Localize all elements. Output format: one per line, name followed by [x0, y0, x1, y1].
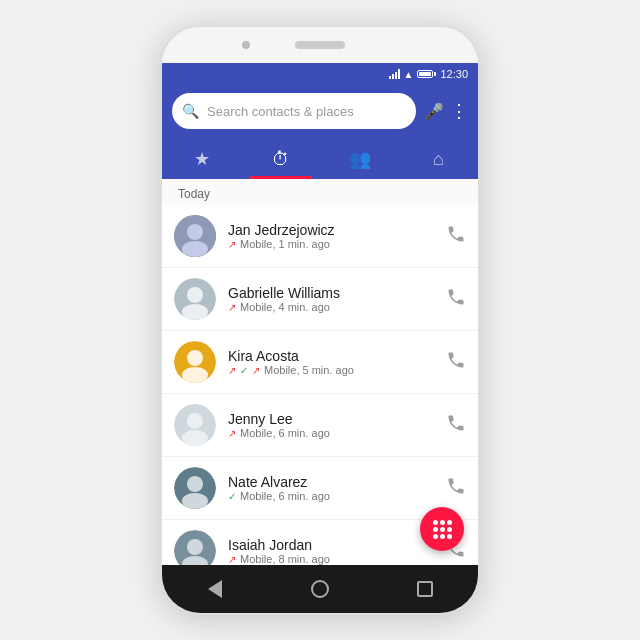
contact-info: Jenny Lee ↗ Mobile, 6 min. ago — [228, 411, 434, 439]
voicemail-icon: ⌂ — [433, 149, 444, 170]
list-item[interactable]: Gabrielle Williams ↗ Mobile, 4 min. ago — [162, 268, 478, 331]
avatar — [174, 341, 216, 383]
svg-point-16 — [187, 539, 203, 555]
more-options-icon[interactable]: ⋮ — [450, 100, 468, 122]
phone-nav-bar — [162, 565, 478, 613]
nav-back-button[interactable] — [201, 575, 229, 603]
status-bar: ▲ 12:30 — [162, 63, 478, 85]
contacts-icon: 👥 — [349, 148, 371, 170]
mic-icon[interactable]: 🎤 — [424, 102, 444, 121]
call-icon[interactable] — [446, 476, 466, 501]
list-item[interactable]: Kira Acosta ↗ ✓ ↗ Mobile, 5 min. ago — [162, 331, 478, 394]
contact-detail: ↗ ✓ ↗ Mobile, 5 min. ago — [228, 364, 434, 376]
wifi-icon: ▲ — [404, 69, 414, 80]
battery-icon — [417, 70, 436, 78]
contact-info: Nate Alvarez ✓ Mobile, 6 min. ago — [228, 474, 434, 502]
contact-name: Jenny Lee — [228, 411, 434, 427]
call-icon[interactable] — [446, 224, 466, 249]
contact-detail: ↗ Mobile, 1 min. ago — [228, 238, 434, 250]
content-area: Today Jan Jedrzejowicz ↗ Mobile, 1 min. … — [162, 179, 478, 565]
dialpad-icon — [433, 520, 452, 539]
status-time: 12:30 — [440, 68, 468, 80]
contact-name: Nate Alvarez — [228, 474, 434, 490]
call-direction-icon: ↗ — [228, 365, 236, 376]
svg-point-1 — [187, 224, 203, 240]
svg-point-7 — [187, 350, 203, 366]
nav-home-button[interactable] — [306, 575, 334, 603]
search-bar: 🔍 Search contacts & places 🎤 ⋮ — [162, 85, 478, 139]
search-input[interactable]: Search contacts & places — [207, 104, 406, 119]
svg-point-14 — [182, 493, 208, 509]
recents-nav-icon — [417, 581, 433, 597]
svg-point-11 — [182, 430, 208, 446]
tabs-bar: ★ ⏱ 👥 ⌂ — [162, 139, 478, 179]
list-item[interactable]: Jan Jedrzejowicz ↗ Mobile, 1 min. ago — [162, 205, 478, 268]
contact-info: Isaiah Jordan ↗ Mobile, 8 min. ago — [228, 537, 434, 565]
call-icon[interactable] — [446, 350, 466, 375]
phone-top-hardware — [162, 27, 478, 63]
list-item[interactable]: Jenny Lee ↗ Mobile, 6 min. ago — [162, 394, 478, 457]
avatar — [174, 467, 216, 509]
contact-detail: ↗ Mobile, 4 min. ago — [228, 301, 434, 313]
section-header-today: Today — [162, 179, 478, 205]
avatar — [174, 404, 216, 446]
svg-point-4 — [187, 287, 203, 303]
front-camera — [242, 41, 250, 49]
search-input-container[interactable]: 🔍 Search contacts & places — [172, 93, 416, 129]
search-icon: 🔍 — [182, 103, 199, 119]
home-icon — [311, 580, 329, 598]
contact-detail: ↗ Mobile, 6 min. ago — [228, 427, 434, 439]
call-icon[interactable] — [446, 287, 466, 312]
tab-favorites[interactable]: ★ — [162, 139, 241, 179]
signal-strength-icon — [389, 69, 400, 79]
call-direction-icon: ↗ — [228, 554, 236, 565]
contact-info: Gabrielle Williams ↗ Mobile, 4 min. ago — [228, 285, 434, 313]
recents-icon: ⏱ — [272, 149, 290, 170]
svg-point-5 — [182, 304, 208, 320]
svg-point-2 — [182, 241, 208, 257]
contact-detail: ✓ Mobile, 6 min. ago — [228, 490, 434, 502]
svg-point-10 — [187, 413, 203, 429]
contact-name: Isaiah Jordan — [228, 537, 434, 553]
avatar — [174, 215, 216, 257]
tab-contacts[interactable]: 👥 — [320, 139, 399, 179]
svg-point-13 — [187, 476, 203, 492]
tab-voicemail[interactable]: ⌂ — [399, 139, 478, 179]
call-icon[interactable] — [446, 413, 466, 438]
earpiece-speaker — [295, 41, 345, 49]
contact-detail: ↗ Mobile, 8 min. ago — [228, 553, 434, 565]
avatar — [174, 278, 216, 320]
call-direction-icon: ↗ — [228, 239, 236, 250]
contact-name: Jan Jedrzejowicz — [228, 222, 434, 238]
checkmark-icon: ✓ — [228, 491, 236, 502]
dialpad-fab[interactable] — [420, 507, 464, 551]
phone-frame: ▲ 12:30 🔍 Search contacts & places 🎤 ⋮ ★ — [160, 25, 480, 615]
contact-name: Kira Acosta — [228, 348, 434, 364]
phone-screen: ▲ 12:30 🔍 Search contacts & places 🎤 ⋮ ★ — [162, 63, 478, 565]
avatar — [174, 530, 216, 565]
call-direction-icon: ↗ — [228, 302, 236, 313]
nav-recents-button[interactable] — [411, 575, 439, 603]
contact-name: Gabrielle Williams — [228, 285, 434, 301]
call-direction-icon-2: ↗ — [252, 365, 260, 376]
svg-point-8 — [182, 367, 208, 383]
favorites-icon: ★ — [194, 148, 210, 170]
back-icon — [208, 580, 222, 598]
checkmark-icon: ✓ — [240, 365, 248, 376]
call-direction-icon: ↗ — [228, 428, 236, 439]
contact-info: Kira Acosta ↗ ✓ ↗ Mobile, 5 min. ago — [228, 348, 434, 376]
contact-info: Jan Jedrzejowicz ↗ Mobile, 1 min. ago — [228, 222, 434, 250]
tab-recents[interactable]: ⏱ — [241, 139, 320, 179]
